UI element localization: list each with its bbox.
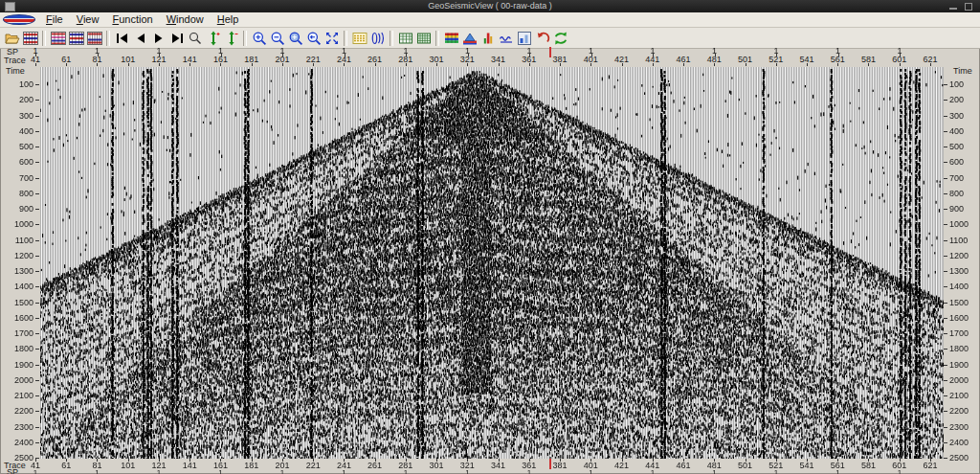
time-tick-right: 2300 xyxy=(949,423,969,432)
zoom-previous-icon xyxy=(306,31,322,46)
sp-tick-bottom: 1 xyxy=(151,468,167,474)
time-axis-label-left: Time xyxy=(6,67,25,76)
time-tick-right: 2400 xyxy=(949,439,969,447)
trace-tick-bottom: 341 xyxy=(487,462,510,470)
seismic-mode-wiggle-button[interactable] xyxy=(49,29,67,47)
pick-marker-button[interactable] xyxy=(479,29,497,47)
seismic-mode-combined-button[interactable] xyxy=(85,29,103,47)
time-tick-right: 1900 xyxy=(949,361,969,370)
seismic-display-icon xyxy=(23,31,38,46)
time-tick-left: 2100 xyxy=(2,392,33,400)
menu-bar: FileViewFunctionWindowHelp xyxy=(0,12,980,28)
zoom-previous-button[interactable] xyxy=(304,29,323,47)
time-tick-right: 1800 xyxy=(949,345,969,353)
color-display-button[interactable] xyxy=(442,29,460,47)
time-tick-left: 1700 xyxy=(2,329,33,338)
seismic-display-button[interactable] xyxy=(21,29,39,47)
time-tick-right: 2200 xyxy=(949,407,969,416)
trace-tick-bottom: 381 xyxy=(548,462,571,470)
trace-tick-bottom: 261 xyxy=(364,462,387,470)
time-tick-left: 1600 xyxy=(2,314,33,323)
previous-record-button[interactable] xyxy=(131,29,149,47)
gain-control-button[interactable] xyxy=(350,29,368,47)
time-tick-left: 600 xyxy=(2,158,33,167)
trace-tick-bottom: 181 xyxy=(240,462,263,470)
open-file-button[interactable] xyxy=(3,29,21,47)
zoom-window-button[interactable] xyxy=(286,29,304,47)
sp-tick-bottom: 1 xyxy=(398,468,413,474)
zoom-in-icon xyxy=(252,31,267,46)
title-bar[interactable]: GeoSeismicView ( 00-raw-data ) xyxy=(0,0,980,12)
sp-tick-bottom: 1 xyxy=(337,468,352,474)
previous-record-icon xyxy=(133,31,148,46)
menu-help[interactable]: Help xyxy=(211,12,246,27)
trace-tick-bottom: 61 xyxy=(55,462,78,470)
gain-control-icon xyxy=(352,31,368,46)
sp-tick-bottom: 1 xyxy=(275,468,290,474)
time-tick-left: 300 xyxy=(2,112,33,121)
time-tick-right: 1200 xyxy=(949,252,969,260)
fit-to-window-icon xyxy=(324,31,340,46)
menu-function[interactable]: Function xyxy=(105,12,159,27)
color-display-icon xyxy=(444,31,459,46)
find-record-button[interactable] xyxy=(186,29,204,47)
time-tick-right: 300 xyxy=(949,112,964,121)
trace-tick-bottom: 101 xyxy=(117,462,140,470)
zoom-out-button[interactable] xyxy=(268,29,286,47)
seismic-canvas[interactable] xyxy=(40,67,944,459)
time-tick-right: 400 xyxy=(949,127,964,136)
menu-file[interactable]: File xyxy=(39,12,70,27)
pick-marker-icon xyxy=(480,31,496,46)
sp-tick-bottom: 1 xyxy=(28,468,43,474)
velocity-display-icon xyxy=(462,31,478,46)
next-record-button[interactable] xyxy=(149,29,167,47)
minimize-button[interactable] xyxy=(947,2,959,11)
fit-to-window-button[interactable] xyxy=(323,29,341,47)
menu-view[interactable]: View xyxy=(70,12,106,27)
trace-spectrum-button[interactable] xyxy=(368,29,387,47)
grid-small-button[interactable] xyxy=(396,29,414,47)
time-tick-right: 1300 xyxy=(949,267,969,276)
time-tick-right: 1100 xyxy=(949,237,968,245)
sp-tick-bottom: 1 xyxy=(584,468,599,474)
toolbar-separator xyxy=(243,31,247,46)
time-tick-left: 800 xyxy=(2,190,33,198)
time-axis-label-right: Time xyxy=(953,67,972,76)
maximize-button[interactable] xyxy=(963,2,974,11)
last-record-button[interactable] xyxy=(167,29,186,47)
time-tick-left: 1400 xyxy=(2,282,33,291)
trace-scale-increase-button[interactable] xyxy=(204,29,222,47)
undo-button[interactable] xyxy=(533,29,551,47)
sp-tick-bottom: 1 xyxy=(90,468,105,474)
time-tick-left: 1300 xyxy=(2,267,33,276)
wave-display-button[interactable] xyxy=(497,29,515,47)
grid-large-button[interactable] xyxy=(414,29,433,47)
trace-scale-decrease-button[interactable] xyxy=(222,29,240,47)
wave-display-icon xyxy=(499,31,514,46)
zoom-in-button[interactable] xyxy=(250,29,268,47)
sp-tick-bottom: 1 xyxy=(522,468,537,474)
time-tick-right: 1500 xyxy=(949,299,969,307)
time-tick-left: 2000 xyxy=(2,376,33,385)
trace-tick-bottom: 461 xyxy=(672,462,695,470)
time-tick-left: 2500 xyxy=(2,454,33,463)
trace-tick-bottom: 421 xyxy=(611,462,634,470)
time-tick-right: 100 xyxy=(949,80,964,89)
refresh-button[interactable] xyxy=(551,29,569,47)
geoline-logo xyxy=(3,14,35,25)
first-record-button[interactable] xyxy=(113,29,131,47)
chart-export-button[interactable] xyxy=(515,29,533,47)
velocity-display-button[interactable] xyxy=(460,29,479,47)
trace-tick-bottom: 501 xyxy=(734,462,757,470)
zoom-out-icon xyxy=(270,31,285,46)
seismic-mode-variable-area-icon xyxy=(69,31,84,46)
undo-icon xyxy=(535,31,550,46)
menu-items: FileViewFunctionWindowHelp xyxy=(39,12,245,27)
trace-spectrum-icon xyxy=(370,31,386,46)
grid-small-icon xyxy=(398,31,413,46)
trace-tick-bottom: 221 xyxy=(301,462,324,470)
seismic-mode-variable-area-button[interactable] xyxy=(67,29,85,47)
trace-tick-bottom: 541 xyxy=(795,462,818,470)
menu-window[interactable]: Window xyxy=(160,12,211,27)
time-tick-right: 1400 xyxy=(949,282,969,291)
